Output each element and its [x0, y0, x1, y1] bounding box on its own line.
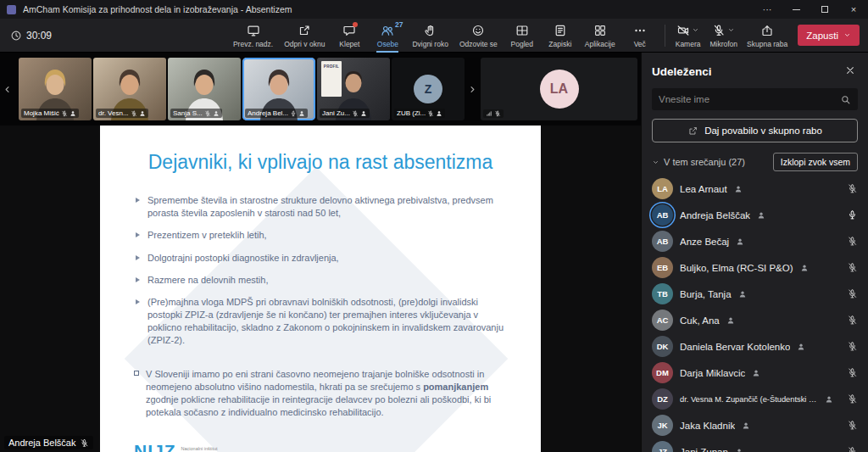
participant-row[interactable]: DZ dr. Vesna M. Zupančič (e-Študentski S…: [642, 386, 868, 412]
raise-hand-button[interactable]: Dvigni roko: [407, 20, 453, 51]
chevron-down-icon[interactable]: [652, 159, 659, 166]
participant-row[interactable]: AC Cuk, Ana: [642, 307, 868, 333]
participant-row[interactable]: AB Anze Bečaj: [642, 228, 868, 254]
video-tile-vesna[interactable]: dr. Vesn...: [93, 58, 166, 120]
slide-note: V Sloveniji imamo po eni strani časovno …: [134, 368, 507, 420]
participant-row[interactable]: AB Andreja Belščak: [642, 202, 868, 228]
chat-button[interactable]: Klepet: [331, 20, 368, 51]
slide-bullet: Prezentizem v preteklih letih,: [134, 229, 507, 242]
person-icon: [70, 110, 76, 117]
maximize-icon: [821, 6, 828, 13]
minimize-button[interactable]: [782, 0, 810, 19]
titlebar-more-button[interactable]: ···: [753, 0, 782, 19]
mic-off-icon[interactable]: [847, 288, 858, 299]
participant-row[interactable]: LA Lea Arnaut: [642, 176, 868, 202]
button-label: Odpri v oknu: [284, 40, 325, 48]
participant-row[interactable]: DK Daniela Bervar Kotolenko: [642, 333, 868, 360]
button-label: Osebe: [377, 40, 398, 48]
mic-off-icon: [204, 110, 211, 117]
participant-name: Darja Miklavcic: [680, 368, 745, 378]
people-button[interactable]: 27 Osebe: [369, 20, 406, 51]
mic-off-icon[interactable]: [847, 420, 858, 431]
avatar-initial: Z: [414, 75, 442, 103]
microphone-button[interactable]: Mikrofon: [705, 20, 742, 51]
react-button[interactable]: Odzovite se: [454, 20, 503, 51]
tile-name-label: Andreja Bel...: [245, 109, 308, 118]
person-icon: [360, 110, 367, 117]
video-tile-sanja[interactable]: Sanja S...: [168, 58, 241, 120]
slide-note-text: V Sloveniji imamo po eni strani časovno …: [146, 368, 507, 420]
share-invite-label: Daj povabilo v skupno rabo: [704, 126, 822, 136]
participant-name: Anze Bečaj: [680, 237, 729, 247]
chat-notification-dot: [353, 22, 358, 27]
section-label: V tem srečanju (27): [664, 157, 769, 167]
share-button[interactable]: Skupna raba: [743, 20, 792, 51]
participant-row[interactable]: JZ Jani Zupan: [642, 438, 868, 452]
person-icon: [738, 290, 747, 299]
view-button[interactable]: Pogled: [504, 20, 541, 51]
participant-row[interactable]: TB Burja, Tanja: [642, 281, 868, 307]
participant-search[interactable]: [652, 88, 858, 110]
meeting-toolbar: 30:09 Prevz. nadz. Odpri v oknu Klepet 2…: [0, 19, 868, 53]
close-window-button[interactable]: ×: [839, 0, 868, 19]
video-tile-jani[interactable]: PROFIL Jani Zu...: [317, 58, 390, 120]
search-input[interactable]: [659, 94, 835, 104]
video-tile-lea[interactable]: LA: [481, 58, 637, 120]
nijz-logo-text: NIJZ: [134, 441, 176, 452]
button-label: Aplikacije: [585, 40, 615, 48]
mic-on-icon: [290, 110, 297, 117]
mic-off-icon[interactable]: [847, 315, 858, 326]
close-panel-button[interactable]: [843, 64, 858, 79]
tile-participant-name: Jani Zu...: [322, 109, 350, 117]
button-label: Prevz. nadz.: [233, 40, 273, 48]
participant-row[interactable]: JK Jaka Kladnik: [642, 412, 868, 438]
filmstrip-scroll-right-button[interactable]: [466, 75, 479, 103]
mic-off-icon[interactable]: [847, 393, 858, 405]
meeting-timer: 30:09: [10, 30, 52, 42]
avatar: DM: [652, 362, 673, 383]
participant-name: Daniela Bervar Kotolenko: [680, 342, 790, 352]
mic-off-icon[interactable]: [847, 341, 858, 352]
leave-dropdown-chevron-icon[interactable]: [843, 31, 851, 39]
video-tile-andreja-active-speaker[interactable]: Andreja Bel...: [242, 58, 315, 120]
mic-dropdown-chevron-icon[interactable]: [727, 26, 735, 34]
video-tile-mojka[interactable]: Mojka Mišić: [19, 58, 92, 120]
maximize-button[interactable]: [810, 0, 839, 19]
participant-name: Cuk, Ana: [680, 315, 720, 326]
notes-button[interactable]: Zapiski: [542, 20, 579, 51]
tile-participant-name: Sanja S...: [173, 109, 203, 117]
participants-title: Udeleženci: [652, 65, 843, 78]
leave-button[interactable]: Zapusti: [798, 25, 860, 46]
close-icon: [844, 64, 856, 76]
notes-icon: [554, 24, 567, 37]
mic-off-icon[interactable]: [847, 367, 858, 378]
filmstrip-scroll-left-button[interactable]: [1, 75, 14, 103]
camera-dropdown-chevron-icon[interactable]: [692, 26, 699, 34]
more-button[interactable]: Več: [621, 20, 659, 51]
more-icon: [633, 24, 647, 37]
camera-button[interactable]: Kamera: [671, 20, 705, 51]
square-bullet-icon: [134, 371, 139, 376]
participant-row[interactable]: DM Darja Miklavcic: [642, 360, 868, 386]
share-invite-button[interactable]: Daj povabilo v skupno rabo: [652, 119, 858, 142]
mic-off-icon[interactable]: [847, 446, 858, 452]
button-label: Pogled: [511, 40, 533, 48]
mute-all-button[interactable]: Izklopi zvok vsem: [773, 153, 858, 171]
open-in-window-button[interactable]: Odpri v oknu: [279, 20, 330, 51]
mic-off-icon: [61, 110, 68, 117]
titlebar: AmCham Komisija za prihodnost dela in iz…: [0, 0, 868, 19]
take-control-button[interactable]: Prevz. nadz.: [228, 20, 278, 51]
participant-row[interactable]: EB Buljko, Elma (RC-SI P&O): [642, 254, 868, 281]
share-invite-icon: [687, 126, 698, 137]
video-tile-zub[interactable]: Z ZUB (Zi...: [392, 58, 465, 120]
mic-off-icon: [352, 110, 359, 117]
mic-off-icon[interactable]: [847, 183, 858, 194]
mic-off-icon: [131, 110, 137, 117]
mic-off-icon[interactable]: [847, 236, 858, 247]
participants-panel: Udeleženci Daj povabilo v skupno rabo V …: [641, 53, 868, 452]
mic-on-icon[interactable]: [847, 209, 858, 220]
mic-off-icon[interactable]: [847, 262, 858, 273]
meeting-stage: Mojka Mišić dr. Vesn...: [0, 53, 641, 452]
apps-button[interactable]: Aplikacije: [580, 20, 620, 51]
participant-name: Buljko, Elma (RC-SI P&O): [680, 263, 793, 273]
